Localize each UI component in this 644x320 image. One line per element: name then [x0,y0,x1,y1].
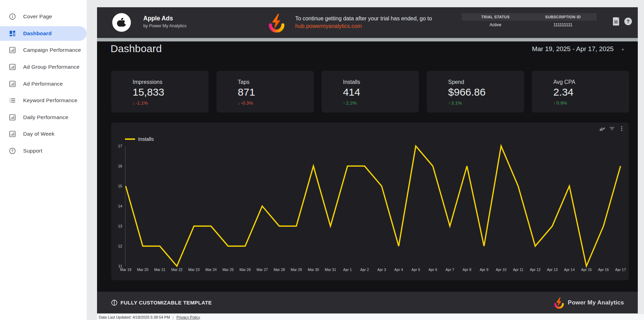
y-tick-label: 14 [118,204,122,208]
subscription-id-label: SUBSCRIPTION ID [529,13,597,21]
sidebar-item-campaign-performance[interactable]: Campaign Performance [0,42,87,59]
svg-text:?: ? [11,149,13,153]
x-tick-label: Apr 13 [547,268,558,272]
sidebar-item-label: Ad Group Performance [23,64,79,70]
date-range-value: Mar 19, 2025 - Apr 17, 2025 [532,45,614,53]
sidebar-item-cover-page[interactable]: Cover Page [0,8,87,25]
sidebar-item-keyword-performance[interactable]: Keyword Performance [0,92,87,109]
edit-chart-icon[interactable] [599,126,605,132]
y-tick-label: 15 [118,184,122,188]
y-tick-label: 12 [118,244,122,248]
power-my-analytics-icon [267,13,286,32]
arrow-up-icon: ↑ [448,101,450,106]
kpi-label: Installs [343,79,419,85]
kpi-value: 15,833 [133,86,209,98]
x-tick-label: Apr 12 [530,268,540,272]
trial-status-label: TRIAL STATUS [462,13,529,21]
date-range-picker[interactable]: Mar 19, 2025 - Apr 17, 2025 ▼ [532,45,624,53]
document-icon[interactable] [612,17,620,26]
installs-line-chart: 11121314151617Mar 19Mar 20Mar 21Mar 22Ma… [111,123,629,280]
bar-chart-icon [9,114,16,121]
bottom-bar: Data Last Updated: 4/18/2025 5:38:54 PM … [97,314,644,320]
footer-note: FULLY CUSTOMIZABLE TEMPLATE [121,300,212,306]
sidebar-item-label: Ad Performance [23,81,63,87]
x-tick-label: Mar 20 [137,268,148,272]
x-tick-label: Apr 5 [411,268,420,272]
report-footer: FULLY CUSTOMIZABLE TEMPLATE Power My Ana… [97,292,638,313]
sidebar-item-label: Cover Page [23,13,52,20]
sidebar: Cover Page Dashboard Campaign Performanc… [0,0,87,320]
sidebar-item-label: Day of Week [23,131,55,137]
kpi-label: Impressions [133,79,209,85]
y-tick-label: 13 [118,224,122,228]
sidebar-item-dashboard[interactable]: Dashboard [0,25,87,42]
x-tick-label: Mar 29 [291,268,302,272]
bar-chart-icon [9,47,16,54]
sidebar-item-daily-performance[interactable]: Daily Performance [0,109,87,126]
last-updated-text: Data Last Updated: 4/18/2025 5:38:54 PM [99,315,170,319]
brand-name: Power My Analytics [568,299,624,306]
sidebar-item-label: Campaign Performance [23,47,81,53]
customize-icon [111,300,117,306]
x-tick-label: Mar 27 [257,268,268,272]
sidebar-item-label: Support [23,148,42,154]
filter-icon[interactable] [609,126,615,132]
svg-text:?: ? [627,19,630,24]
kpi-delta: ↑3.1% [448,100,524,106]
chart-legend: Installs [125,136,154,142]
x-tick-label: Mar 21 [154,268,165,272]
chevron-down-icon: ▼ [621,47,624,51]
app-subtitle: by Power My Analytics [143,23,186,28]
kpi-delta: ↓-1.1% [133,100,209,106]
bar-chart-icon [9,130,16,137]
apple-logo [112,13,131,32]
sidebar-item-ad-group-performance[interactable]: Ad Group Performance [0,59,87,76]
question-icon: ? [9,147,16,154]
y-tick-label: 17 [118,144,122,148]
sidebar-item-support[interactable]: ? Support [0,143,87,159]
x-tick-label: Apr 11 [513,268,523,272]
x-tick-label: Mar 31 [325,268,336,272]
arrow-down-icon: ↓ [133,101,135,106]
legend-swatch [125,138,135,140]
sidebar-item-day-of-week[interactable]: Day of Week [0,126,87,143]
installs-chart-panel: 11121314151617Mar 19Mar 20Mar 21Mar 22Ma… [111,123,629,280]
x-tick-label: Mar 19 [120,268,132,272]
report-header: Apple Ads by Power My Analytics To conti… [97,7,638,38]
trial-link[interactable]: hub.powermyanalytics.com [295,22,362,30]
x-tick-label: Mar 24 [205,268,217,272]
help-icon[interactable]: ? [624,17,632,26]
kpi-delta-value: 2.2% [346,100,357,106]
sidebar-item-label: Keyword Performance [23,97,77,104]
x-tick-label: Apr 17 [615,268,626,272]
x-tick-label: Mar 28 [273,268,285,272]
kpi-label: Taps [238,79,314,85]
kpi-value: 414 [343,86,419,98]
bar-chart-icon [9,64,16,70]
y-tick-label: 16 [118,164,122,168]
kpi-card-impressions: Impressions 15,833 ↓-1.1% [111,71,209,113]
kpi-card-installs: Installs 414 ↑2.2% [321,71,419,113]
privacy-policy-link[interactable]: Privacy Policy [176,315,200,319]
kpi-card-spend: Spend $966.86 ↑3.1% [427,71,524,113]
more-options-icon[interactable] [619,126,625,132]
x-tick-label: Apr 7 [445,268,454,272]
app-title: Apple Ads [143,15,186,22]
list-icon [9,97,16,104]
kpi-label: Avg CPA [553,79,629,85]
kpi-label: Spend [448,79,524,85]
kpi-value: $966.86 [448,86,524,98]
sidebar-item-ad-performance[interactable]: Ad Performance [0,75,87,92]
kpi-delta-value: 0.9% [556,100,567,106]
separator: | [173,315,174,319]
status-strip: TRIAL STATUS SUBSCRIPTION ID [462,13,597,21]
x-tick-label: Mar 26 [240,268,251,272]
x-tick-label: Mar 25 [222,268,234,272]
subscription-id-value: 111111111 [529,22,597,27]
kpi-value: 871 [238,86,314,98]
arrow-up-icon: ↑ [343,101,345,106]
power-my-analytics-logo [553,297,565,309]
info-icon [9,13,16,20]
x-tick-label: Mar 30 [308,268,319,272]
sidebar-item-label: Daily Performance [23,114,68,120]
